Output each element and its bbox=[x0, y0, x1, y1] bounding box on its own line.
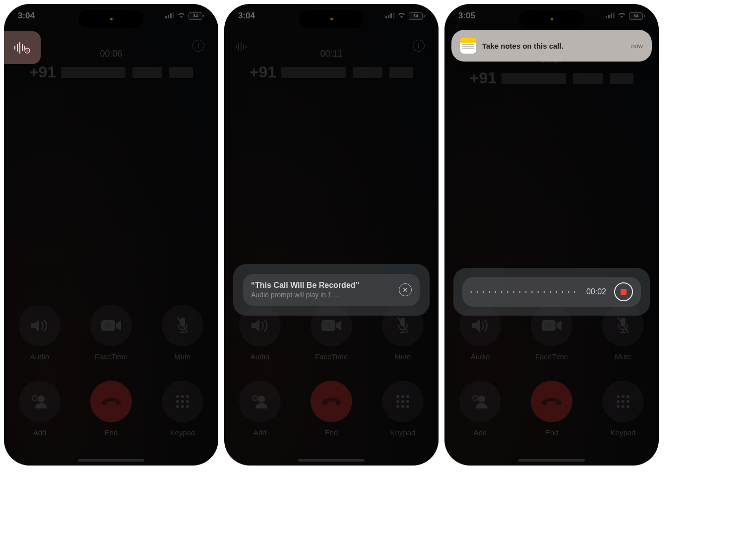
svg-point-21 bbox=[181, 400, 184, 403]
recording-prompt-sheet: “This Call Will Be Recorded” Audio promp… bbox=[233, 264, 430, 316]
svg-rect-53 bbox=[613, 12, 615, 18]
svg-point-42 bbox=[401, 395, 404, 398]
notification-time: now bbox=[631, 42, 643, 50]
keypad-button[interactable]: Keypad bbox=[602, 381, 644, 437]
mute-button[interactable]: Mute bbox=[162, 305, 203, 361]
phone-country-code: +91 bbox=[470, 69, 497, 87]
notes-app-icon bbox=[460, 38, 476, 54]
end-call-button[interactable]: End bbox=[531, 381, 572, 437]
home-indicator[interactable] bbox=[298, 459, 365, 462]
keypad-button[interactable]: Keypad bbox=[382, 381, 424, 437]
svg-point-23 bbox=[176, 405, 179, 408]
svg-point-22 bbox=[186, 400, 189, 403]
waveform-icon bbox=[235, 41, 249, 54]
status-bar: 3:04 34 bbox=[4, 4, 218, 21]
keypad-button[interactable]: Keypad bbox=[162, 381, 203, 437]
facetime-button[interactable]: ?FaceTime bbox=[90, 305, 132, 361]
screen-3: 3:05 34 Take notes on this call. now 00:… bbox=[444, 4, 659, 466]
signal-icon bbox=[385, 11, 394, 21]
svg-rect-28 bbox=[390, 13, 392, 18]
svg-rect-1 bbox=[168, 15, 169, 18]
sheet-title: “This Call Will Be Recorded” bbox=[251, 281, 393, 290]
svg-point-17 bbox=[176, 395, 179, 398]
svg-point-25 bbox=[186, 405, 189, 408]
svg-rect-26 bbox=[385, 16, 387, 18]
svg-point-39 bbox=[258, 396, 265, 402]
end-call-button[interactable]: End bbox=[311, 381, 352, 437]
svg-text:?: ? bbox=[547, 323, 550, 329]
battery-indicator: 34 bbox=[409, 12, 425, 20]
svg-point-66 bbox=[617, 405, 620, 408]
svg-point-58 bbox=[478, 396, 485, 402]
svg-point-44 bbox=[396, 400, 399, 403]
stop-recording-button[interactable] bbox=[614, 282, 633, 301]
svg-text:?: ? bbox=[107, 323, 110, 329]
svg-point-43 bbox=[406, 395, 409, 398]
record-call-button[interactable] bbox=[4, 31, 41, 64]
svg-point-65 bbox=[627, 400, 630, 403]
svg-rect-50 bbox=[606, 16, 607, 18]
svg-point-19 bbox=[186, 395, 189, 398]
home-indicator[interactable] bbox=[78, 459, 144, 462]
svg-point-63 bbox=[617, 400, 620, 403]
add-button[interactable]: Add bbox=[459, 381, 501, 437]
svg-point-18 bbox=[181, 395, 184, 398]
phone-number-redacted bbox=[281, 67, 413, 78]
signal-icon bbox=[606, 11, 615, 21]
svg-rect-0 bbox=[165, 16, 167, 18]
phone-number-redacted bbox=[61, 67, 193, 78]
phone-number-redacted bbox=[502, 73, 633, 84]
wifi-icon bbox=[177, 11, 186, 21]
notes-notification[interactable]: Take notes on this call. now bbox=[451, 30, 652, 62]
clock: 3:05 bbox=[458, 11, 475, 21]
svg-point-45 bbox=[401, 400, 404, 403]
battery-indicator: 34 bbox=[189, 12, 204, 20]
cancel-recording-button[interactable]: ✕ bbox=[399, 283, 412, 296]
svg-text:?: ? bbox=[327, 323, 330, 329]
call-controls: Audio ?FaceTime Mute Add End Keypad bbox=[224, 305, 439, 437]
home-indicator[interactable] bbox=[518, 459, 585, 462]
svg-point-15 bbox=[38, 396, 45, 402]
waveform-icon bbox=[14, 41, 31, 54]
svg-point-10 bbox=[26, 50, 29, 52]
phone-country-code: +91 bbox=[250, 63, 276, 81]
close-icon: ✕ bbox=[402, 286, 408, 293]
svg-point-60 bbox=[617, 395, 620, 398]
recording-duration: 00:02 bbox=[586, 287, 606, 296]
clock: 3:04 bbox=[18, 11, 35, 21]
svg-point-24 bbox=[181, 405, 184, 408]
battery-indicator: 34 bbox=[629, 12, 645, 20]
clock: 3:04 bbox=[238, 11, 255, 21]
svg-rect-51 bbox=[608, 15, 610, 18]
svg-point-67 bbox=[622, 405, 625, 408]
recording-bar: • • • • • • • • • • • • • • • • • • • • … bbox=[453, 268, 650, 316]
svg-rect-27 bbox=[388, 15, 389, 18]
end-call-button[interactable]: End bbox=[90, 381, 132, 437]
status-bar: 3:04 34 bbox=[224, 4, 439, 21]
svg-point-46 bbox=[406, 400, 409, 403]
add-button[interactable]: Add bbox=[239, 381, 281, 437]
svg-point-61 bbox=[622, 395, 625, 398]
call-controls: Audio ?FaceTime Mute Add End Keypad bbox=[4, 305, 218, 437]
add-button[interactable]: Add bbox=[19, 381, 61, 437]
svg-point-47 bbox=[396, 405, 399, 408]
svg-rect-2 bbox=[170, 13, 172, 18]
svg-point-20 bbox=[176, 400, 179, 403]
call-controls: Audio ?FaceTime Mute Add End Keypad bbox=[444, 305, 659, 437]
svg-rect-3 bbox=[173, 12, 174, 18]
call-header: 00:11 +91 bbox=[224, 49, 439, 81]
svg-point-64 bbox=[622, 400, 625, 403]
svg-point-48 bbox=[401, 405, 404, 408]
svg-point-62 bbox=[627, 395, 630, 398]
waveform-dots: • • • • • • • • • • • • • • • • • • • • … bbox=[470, 289, 578, 295]
phone-country-code: +91 bbox=[29, 63, 56, 81]
svg-rect-29 bbox=[393, 12, 394, 18]
screen-1: 3:04 34 i 00:06 +91 Audio ?FaceTime Mute… bbox=[4, 4, 218, 466]
sheet-subtitle: Audio prompt will play in 1… bbox=[251, 291, 393, 299]
svg-point-68 bbox=[627, 405, 630, 408]
screen-2: 3:04 34 i 00:11 +91 “This Call Will Be R… bbox=[224, 4, 439, 466]
svg-point-49 bbox=[406, 405, 409, 408]
audio-button[interactable]: Audio bbox=[19, 305, 61, 361]
call-duration: 00:11 bbox=[224, 49, 439, 59]
notification-message: Take notes on this call. bbox=[482, 42, 625, 50]
